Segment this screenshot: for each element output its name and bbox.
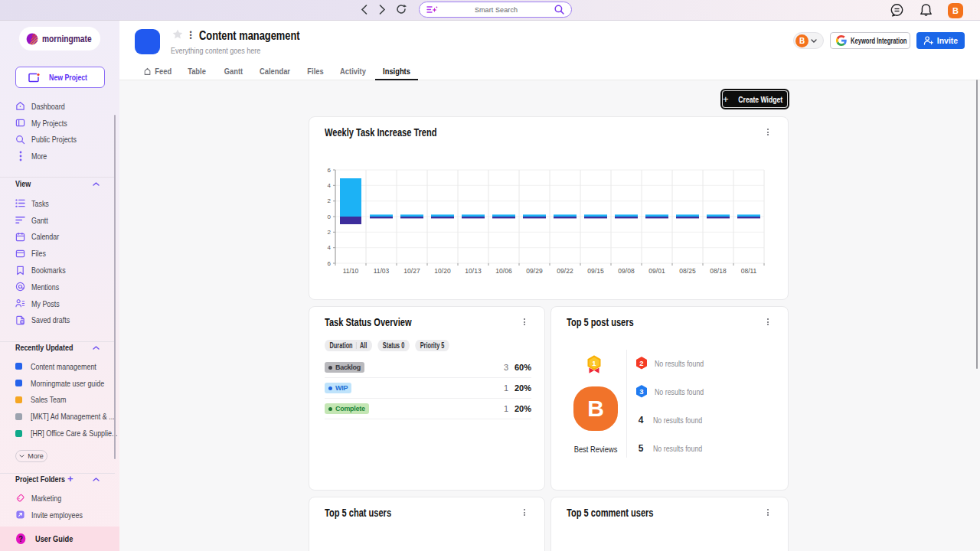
svg-text:08/11: 08/11 [741, 267, 757, 275]
svg-text:6: 6 [328, 260, 332, 267]
svg-text:4: 4 [328, 182, 332, 189]
svg-text:10/27: 10/27 [403, 267, 420, 275]
svg-text:11/10: 11/10 [343, 267, 359, 275]
svg-text:10/13: 10/13 [465, 267, 482, 275]
svg-text:09/22: 09/22 [557, 267, 573, 275]
svg-text:2: 2 [639, 359, 643, 367]
svg-text:10/06: 10/06 [495, 267, 512, 275]
svg-text:09/08: 09/08 [618, 267, 635, 275]
svg-text:10/20: 10/20 [434, 267, 451, 275]
svg-text:2: 2 [328, 197, 332, 204]
svg-text:09/01: 09/01 [648, 267, 665, 275]
svg-text:08/25: 08/25 [679, 267, 696, 275]
svg-text:08/18: 08/18 [710, 267, 727, 275]
svg-text:09/15: 09/15 [587, 267, 604, 275]
svg-text:6: 6 [328, 167, 332, 174]
svg-text:11/03: 11/03 [374, 267, 390, 275]
svg-text:0: 0 [328, 214, 332, 220]
svg-text:3: 3 [639, 387, 643, 396]
svg-text:1: 1 [592, 359, 596, 367]
svg-text:2: 2 [328, 229, 332, 236]
svg-text:09/29: 09/29 [526, 267, 543, 275]
svg-text:4: 4 [328, 244, 332, 251]
